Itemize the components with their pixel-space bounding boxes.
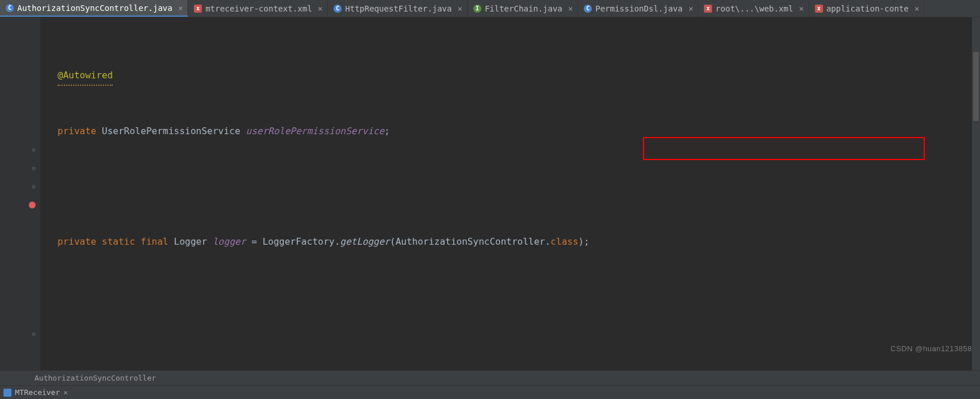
code-editor[interactable]: ⊖ ⊖ ⊖ ⊖ @Autowired private UserRolePermi… (0, 17, 980, 370)
editor-tab[interactable]: CHttpRequestFilter.java× (328, 0, 468, 17)
tab-label: HttpRequestFilter.java (345, 4, 451, 13)
highlight-box (643, 137, 925, 160)
code-area[interactable]: @Autowired private UserRolePermissionSer… (40, 17, 972, 370)
editor-tab[interactable]: xmtreceiver-context.xml× (188, 0, 328, 17)
close-icon[interactable]: × (63, 388, 68, 397)
module-icon (3, 389, 12, 397)
editor-tab[interactable]: CAuthorizationSyncController.java× (0, 0, 188, 17)
fold-icon[interactable]: ⊖ (32, 165, 36, 172)
breadcrumb-item[interactable]: AuthorizationSyncController (35, 374, 156, 382)
breadcrumb-bar[interactable]: AuthorizationSyncController (0, 370, 980, 385)
annotation: @Autowired (58, 66, 113, 86)
scroll-thumb[interactable] (973, 52, 979, 121)
editor-tab[interactable]: xapplication-conte× (809, 0, 925, 17)
file-type-icon: C (334, 5, 342, 13)
close-icon[interactable]: × (566, 4, 573, 13)
editor-tab[interactable]: xroot\...\web.xml× (698, 0, 809, 17)
fold-icon[interactable]: ⊖ (32, 330, 36, 338)
close-icon[interactable]: × (316, 4, 323, 13)
tab-label: PermissionDsl.java (595, 4, 683, 13)
file-type-icon: x (815, 5, 823, 13)
tab-label: mtreceiver-context.xml (205, 4, 312, 13)
file-type-icon: I (473, 5, 481, 13)
gutter: ⊖ ⊖ ⊖ ⊖ (0, 17, 40, 370)
fold-icon[interactable]: ⊖ (32, 183, 36, 191)
tool-window-bar: MTReceiver × (0, 385, 980, 399)
tab-label: root\...\web.xml (715, 4, 793, 13)
file-type-icon: C (6, 4, 14, 12)
vertical-scrollbar[interactable] (972, 17, 980, 370)
breakpoint-icon[interactable] (29, 202, 36, 208)
tool-window-tab[interactable]: MTReceiver (15, 388, 60, 397)
fold-icon[interactable]: ⊖ (32, 146, 36, 154)
close-icon[interactable]: × (912, 4, 919, 13)
tab-label: application-conte (826, 4, 909, 13)
file-type-icon: C (584, 5, 592, 13)
close-icon[interactable]: × (797, 4, 803, 13)
close-icon[interactable]: × (176, 3, 183, 13)
tab-label: AuthorizationSyncController.java (17, 3, 173, 13)
file-type-icon: x (194, 5, 202, 13)
editor-tab[interactable]: IFilterChain.java× (468, 0, 578, 17)
close-icon[interactable]: × (455, 4, 462, 13)
close-icon[interactable]: × (686, 4, 693, 13)
editor-tab[interactable]: CPermissionDsl.java× (578, 0, 698, 17)
tab-label: FilterChain.java (485, 4, 562, 13)
editor-tabs: CAuthorizationSyncController.java×xmtrec… (0, 0, 980, 17)
file-type-icon: x (704, 5, 712, 13)
